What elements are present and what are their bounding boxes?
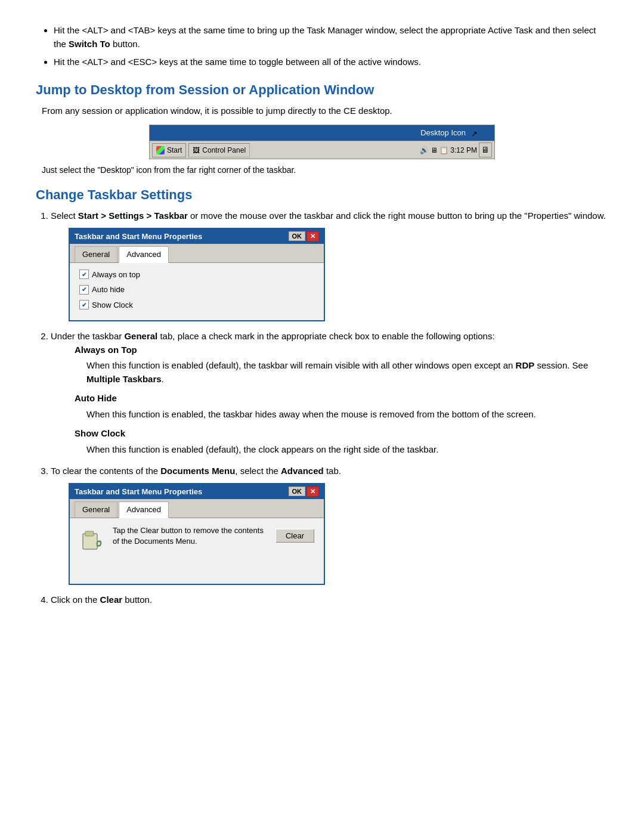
checkbox-row-1: ✔ Always on top [79,269,314,281]
step3-middle: , select the [235,466,281,476]
props-title-2: Taskbar and Start Menu Properties [75,486,202,498]
props-tabs-1: General Advanced [70,244,324,263]
checkbox-row-2: ✔ Auto hide [79,284,314,296]
step1-end: or move the mouse over the taskbar and c… [188,210,606,221]
step4-bold: Clear [100,594,123,605]
titlebar-buttons-1: OK ✕ [289,231,320,241]
checkbox-label-3: Show Clock [92,299,133,311]
tab-advanced-1[interactable]: Advanced [119,246,169,263]
always-on-top-bold2: Multiple Taskbars [86,374,162,384]
bullet1-bold: Switch To [69,39,110,49]
properties-titlebar-2: Taskbar and Start Menu Properties OK ✕ [70,484,324,500]
step2-end: tab, place a check mark in the appropria… [157,331,494,341]
step-4: Click on the Clear button. [51,593,608,607]
clear-description: Tap the Clear button to remove the conte… [113,525,270,547]
step-3: To clear the contents of the Documents M… [51,465,608,585]
section1-heading: Jump to Desktop from Session or Applicat… [36,80,608,100]
ok-button-1[interactable]: OK [289,231,306,241]
bullet-item-2: Hit the <ALT> and <ESC> keys at the same… [54,55,608,69]
titlebar-buttons-2: OK ✕ [289,487,320,497]
bullet-section: Hit the <ALT> and <TAB> keys at the same… [36,24,608,69]
svg-rect-1 [85,531,94,536]
step4-end: button. [122,594,152,605]
tab-general-1[interactable]: General [75,246,117,262]
desktop-tray-icon: 🖥 [479,143,492,157]
always-on-top-end: . [162,374,164,384]
documents-icon [79,528,104,553]
close-button-1[interactable]: ✕ [306,231,319,241]
clear-area: Tap the Clear button to remove the conte… [113,525,314,547]
control-panel-button[interactable]: 🖼 Control Panel [188,143,250,157]
show-clock-para: When this function is enabled (default),… [86,443,608,457]
properties-window-1: Taskbar and Start Menu Properties OK ✕ G… [69,228,325,322]
control-panel-icon: 🖼 [193,145,200,156]
control-panel-label: Control Panel [202,145,246,156]
props-body-2: Tap the Clear button to remove the conte… [70,518,324,584]
tray-area: 🔊 🖥 📋 3:12 PM 🖥 [420,143,492,157]
checkbox-show-clock[interactable]: ✔ [79,300,89,309]
checkbox-label-1: Always on top [92,269,140,281]
step3-end: tab. [324,466,341,476]
step1-text: Select [51,210,78,221]
windows-logo-icon [156,146,165,154]
checkbox-always-on-top[interactable]: ✔ [79,270,89,279]
step1-bold: Start > Settings > Taskbar [78,210,188,221]
bullet1-end: button. [110,39,140,49]
step3-bold2: Advanced [281,466,324,476]
ok-button-2[interactable]: OK [289,487,306,496]
tray-icons: 🔊 🖥 📋 [420,145,449,156]
step2-bold1: General [124,331,157,341]
arrow-right: ↗ [471,128,478,140]
always-on-top-para: When this function is enabled (default),… [86,359,608,386]
props-tabs-2: General Advanced [70,499,324,518]
main-ordered-list: Select Start > Settings > Taskbar or mov… [51,209,608,606]
checkbox-row-3: ✔ Show Clock [79,299,314,311]
checkbox-label-2: Auto hide [92,284,125,296]
step4-text: Click on the [51,594,100,605]
properties-titlebar-1: Taskbar and Start Menu Properties OK ✕ [70,229,324,244]
step-1: Select Start > Settings > Taskbar or mov… [51,209,608,321]
close-button-2[interactable]: ✕ [306,487,319,497]
taskbar-topbar: Desktop Icon ↗ [150,125,494,141]
auto-hide-para: When this function is enabled, the taskb… [86,408,608,422]
section2-heading: Change Taskbar Settings [36,185,608,205]
always-on-top-bold1: RDP [516,360,535,370]
checkbox-auto-hide[interactable]: ✔ [79,285,89,295]
tab-advanced-2[interactable]: Advanced [119,501,169,518]
taskbar-screenshot: Desktop Icon ↗ Start 🖼 Control Panel 🔊 🖥… [149,125,495,159]
section1-intro: From any session or application window, … [42,104,608,118]
start-button[interactable]: Start [152,143,186,157]
section1-caption: Just select the "Desktop" icon from the … [42,164,602,176]
step-2: Under the taskbar General tab, place a c… [51,330,608,456]
bullet2-text: Hit the <ALT> and <ESC> keys at the same… [54,57,421,67]
always-on-top-middle: session. See [534,360,588,370]
properties-window-2: Taskbar and Start Menu Properties OK ✕ G… [69,483,325,585]
taskbar-bottombar: Start 🖼 Control Panel 🔊 🖥 📋 3:12 PM 🖥 [150,141,494,159]
clear-button[interactable]: Clear [275,529,314,543]
auto-hide-heading: Auto Hide [75,392,608,405]
props-body-1: ✔ Always on top ✔ Auto hide ✔ Show Clock [70,263,324,321]
clock-display: 3:12 PM [450,145,477,156]
start-label: Start [167,145,182,156]
always-on-top-heading: Always on Top [75,343,608,357]
show-clock-heading: Show Clock [75,427,608,441]
tab-general-2[interactable]: General [75,501,117,518]
always-on-top-text: When this function is enabled (default),… [86,360,516,370]
bullet-item-1: Hit the <ALT> and <TAB> keys at the same… [54,24,608,51]
step2-text: Under the taskbar [51,331,124,341]
step3-bold1: Documents Menu [160,466,235,476]
desktop-icon-label: Desktop Icon [420,127,466,139]
props-title-1: Taskbar and Start Menu Properties [75,231,202,243]
step3-text: To clear the contents of the [51,466,160,476]
